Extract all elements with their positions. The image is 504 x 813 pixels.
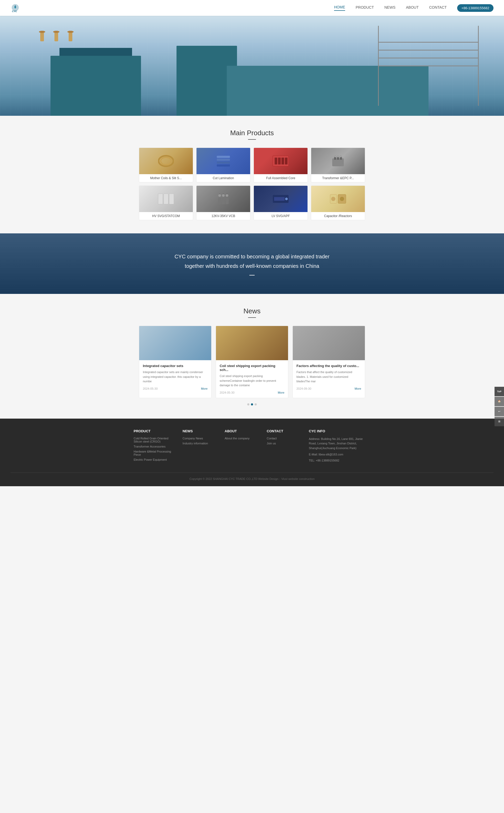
footer-info-tel: TEL: +86-13889155682 [309,458,370,463]
svg-rect-15 [340,157,342,160]
news-meta-0: 2024-05-30 More [143,387,208,390]
nav-product[interactable]: PRODUCT [356,5,374,11]
footer-col-contact: CONTACT Contact Join us [267,429,301,465]
news-more-1[interactable]: More [278,391,284,394]
header: CYC HOME PRODUCT NEWS ABOUT CONTACT +86-… [0,0,504,16]
news-image-0 [139,326,211,360]
product-card-1[interactable]: Cut Lamination [196,148,250,182]
footer-info-email: E-Mail: libea-slit@163.com [309,452,370,457]
product-label-5: 12KV-35KV VCB [196,212,250,220]
footer-info-title: CYC INFO [309,429,370,433]
footer-news-link-0[interactable]: Company News [183,437,217,440]
footer-copyright: Copyright © 2022 SHANGHAI CYC TRADE CO.,… [11,473,493,481]
footer-col-news: NEWS Company News Industry information [183,429,217,465]
news-title-2: Factors affecting the quality of custo..… [296,364,361,368]
product-card-3[interactable]: Transformer &EPC P... [311,148,365,182]
footer-contact-link-1[interactable]: Join us [267,442,301,445]
news-card-2[interactable]: Factors affecting the quality of custo..… [293,326,365,398]
back-side-button[interactable]: ↩ [495,407,504,416]
footer-product-link-1[interactable]: Transformer Accessories [134,445,175,448]
grid-side-button[interactable]: ⊞ [495,417,504,426]
product-label-1: Cut Lamination [196,174,250,182]
footer-contact-link-0[interactable]: Contact [267,437,301,440]
news-date-0: 2024-05-30 [143,387,158,390]
news-excerpt-1: Coil steel shipping export packing schem… [220,374,284,388]
footer-product-link-3[interactable]: Electric Power Equipment [134,458,175,461]
svg-point-33 [285,198,288,200]
footer-product-link-2[interactable]: Hardware &Metal Processing Piece [134,450,175,456]
product-card-6[interactable]: LV SVG/APF [254,185,308,220]
main-products-section: Main Products Mother Coils & Slit S... C… [0,116,504,233]
insulator-3 [69,31,72,41]
svg-rect-21 [169,194,174,204]
svg-rect-13 [334,157,336,160]
svg-rect-32 [274,197,285,201]
news-image-1 [216,326,288,360]
side-buttons: ToP 🏠 ↩ ⊞ [495,387,504,426]
news-content-2: Factors affecting the quality of custo..… [293,360,365,394]
product-image-7 [311,186,365,212]
news-date-2: 2024-09-30 [296,387,311,390]
pagination-dot-1[interactable] [251,403,253,405]
news-card-1[interactable]: Coil steel shipping export packing sch..… [216,326,288,398]
tower-visual [378,26,479,106]
banner-line1: CYC company is committed to becoming a g… [11,252,493,261]
product-image-2 [254,148,308,174]
svg-rect-4 [217,159,230,161]
svg-rect-5 [217,162,230,164]
svg-point-27 [226,194,228,197]
footer-col-product: PRODUCT Cold Rolled Grain Oriented Silic… [134,429,175,465]
news-section: News Integrated capacitor sets Integrate… [0,294,504,419]
copyright-text: Copyright © 2022 SHANGHAI CYC TRADE CO.,… [189,477,315,480]
product-card-7[interactable]: Capacitor /Reactors [311,185,365,220]
pagination-dot-0[interactable] [247,403,249,405]
products-divider [248,139,256,140]
svg-rect-8 [275,158,277,164]
svg-point-36 [331,197,335,201]
news-more-0[interactable]: More [201,387,208,390]
footer-about-title: ABOUT [225,429,259,433]
svg-rect-19 [158,194,163,204]
news-meta-2: 2024-09-30 More [296,387,361,390]
svg-point-16 [335,156,336,157]
svg-point-37 [340,197,344,201]
footer-contact-title: CONTACT [267,429,301,433]
news-title: News [11,307,493,315]
nav-contact[interactable]: CONTACT [429,5,447,11]
product-label-0: Mother Coils & Slit S... [139,174,193,182]
news-content-0: Integrated capacitor sets Integrated cap… [139,360,211,394]
footer-news-link-1[interactable]: Industry information [183,442,217,445]
news-card-0[interactable]: Integrated capacitor sets Integrated cap… [139,326,211,398]
news-content-1: Coil steel shipping export packing sch..… [216,360,288,398]
logo[interactable]: CYC [11,3,20,13]
products-title: Main Products [11,129,493,137]
product-card-5[interactable]: 12KV-35KV VCB [196,185,250,220]
footer-news-title: NEWS [183,429,217,433]
pagination-dot-2[interactable] [255,403,257,405]
phone-button[interactable]: +86-13889155682 [457,4,493,12]
banner-line2: together with hundreds of well-known com… [11,261,493,271]
products-grid: Mother Coils & Slit S... Cut Lamination [139,148,365,220]
product-card-0[interactable]: Mother Coils & Slit S... [139,148,193,182]
nav-news[interactable]: NEWS [384,5,395,11]
svg-rect-6 [217,164,230,167]
product-card-4[interactable]: HV SVG/STATCOM [139,185,193,220]
footer-col-about: ABOUT About the company [225,429,259,465]
svg-rect-10 [281,158,284,164]
footer-columns: PRODUCT Cold Rolled Grain Oriented Silic… [134,429,370,465]
svg-rect-20 [164,194,168,204]
company-banner: CYC company is committed to becoming a g… [0,233,504,294]
nav-about[interactable]: ABOUT [406,5,419,11]
footer-product-title: PRODUCT [134,429,175,433]
scroll-top-button[interactable]: ToP [495,387,504,396]
footer-product-link-0[interactable]: Cold Rolled Grain Oriented Silicon steel… [134,437,175,443]
svg-rect-23 [222,198,225,204]
transformer-visual-1 [51,56,141,116]
svg-rect-24 [225,198,229,204]
product-card-2[interactable]: Full Assembled Core [254,148,308,182]
nav-home[interactable]: HOME [334,5,345,11]
footer-about-link-0[interactable]: About the company [225,437,259,440]
insulator-2 [54,31,58,41]
news-more-2[interactable]: More [355,387,361,390]
home-side-button[interactable]: 🏠 [495,397,504,406]
